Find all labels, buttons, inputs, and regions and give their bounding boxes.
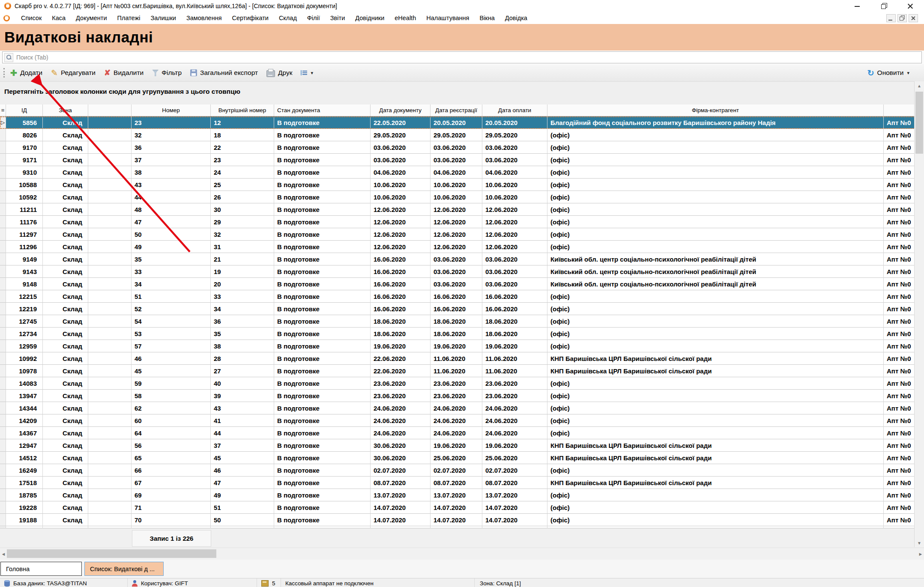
grid-cell: 13947 — [6, 390, 43, 402]
table-row[interactable]: 16249Склад6646В подготовке02.07.202002.0… — [0, 464, 924, 477]
menu-item[interactable]: Налаштування — [421, 13, 474, 23]
menu-item[interactable]: Звіти — [325, 13, 350, 23]
minimize-icon[interactable] — [854, 3, 861, 9]
grid-cell: 9149 — [6, 253, 43, 265]
restore-icon[interactable] — [880, 3, 887, 9]
add-button[interactable]: ✚ Додати — [10, 68, 42, 78]
print-button[interactable]: Друк — [266, 69, 292, 77]
table-row[interactable]: 14512Склад6545В подготовке30.06.202025.0… — [0, 452, 924, 464]
table-row[interactable]: 14209Склад6041В подготовке24.06.202024.0… — [0, 414, 924, 427]
table-row[interactable]: 14367Склад6444В подготовке24.06.202024.0… — [0, 427, 924, 439]
menu-item[interactable]: Список — [16, 13, 47, 23]
scroll-right-icon[interactable]: ► — [917, 548, 924, 560]
table-row[interactable]: 10592Склад4426В подготовке10.06.202010.0… — [0, 191, 924, 203]
table-row[interactable]: 8026Склад3218В подготовке29.05.202029.05… — [0, 129, 924, 141]
menu-item[interactable]: Довідники — [350, 13, 389, 23]
grid-cell: 19 — [211, 265, 274, 278]
search-input[interactable]: Поиск (Tab) — [2, 51, 922, 63]
toolbar-grip-icon[interactable] — [3, 68, 6, 77]
table-row[interactable]: 12745Склад5436В подготовке18.06.202018.0… — [0, 315, 924, 328]
table-row[interactable]: ▷5856Склад2312В подготовке22.05.202020.0… — [0, 116, 924, 129]
mdi-close-icon[interactable] — [909, 14, 918, 22]
column-header[interactable]: Номер — [132, 104, 211, 116]
table-row[interactable]: 11297Склад5032В подготовке12.06.202012.0… — [0, 228, 924, 241]
menu-item[interactable]: Довідка — [500, 13, 532, 23]
export-button[interactable]: Загальний експорт — [190, 69, 258, 77]
column-header[interactable]: Дата документу — [371, 104, 431, 116]
mdi-minimize-icon[interactable] — [886, 14, 896, 22]
table-row[interactable]: 9143Склад3319В подготовке16.06.202003.06… — [0, 265, 924, 278]
table-row[interactable]: 10978Склад4527В подготовке22.06.202011.0… — [0, 365, 924, 377]
row-indicator — [0, 514, 6, 526]
table-row[interactable]: 19188Склад7050В подготовке14.07.202014.0… — [0, 514, 924, 526]
table-row[interactable]: 9148Склад3420В подготовке16.06.202003.06… — [0, 278, 924, 290]
table-row[interactable]: 11176Склад4729В подготовке12.06.202012.0… — [0, 216, 924, 228]
menu-item[interactable]: Платежі — [112, 13, 146, 23]
table-row[interactable]: 17518Склад6747В подготовке08.07.202008.0… — [0, 477, 924, 489]
v-scroll-thumb[interactable] — [915, 92, 923, 154]
delete-button-label: Видалити — [114, 69, 144, 77]
grid-cell: Склад — [43, 414, 88, 427]
table-row[interactable]: 12959Склад5738В подготовке19.06.202019.0… — [0, 340, 924, 352]
table-row[interactable]: 18785Склад6949В подготовке13.07.202013.0… — [0, 489, 924, 501]
table-row[interactable]: 12219Склад5234В подготовке16.06.202016.0… — [0, 303, 924, 315]
grid-cell: Склад — [43, 216, 88, 228]
menu-item[interactable]: Філії — [302, 13, 325, 23]
scroll-down-icon[interactable]: ▼ — [915, 539, 924, 547]
grid-cell: Склад — [43, 241, 88, 253]
table-row[interactable]: 14344Склад6243В подготовке24.06.202024.0… — [0, 402, 924, 414]
grid-cell: 38 — [132, 166, 211, 179]
table-row[interactable]: 12947Склад5637В подготовке30.06.202019.0… — [0, 439, 924, 452]
table-row[interactable]: 10992Склад4628В подготовке22.06.202011.0… — [0, 352, 924, 365]
column-header[interactable]: ІД — [6, 104, 43, 116]
tab-home[interactable]: Головна — [0, 562, 82, 576]
column-header[interactable]: Внутрішній номер — [211, 104, 274, 116]
menu-item[interactable]: Залишки — [145, 13, 181, 23]
grid-cell: 19228 — [6, 501, 43, 514]
column-header[interactable] — [88, 104, 132, 116]
table-row[interactable]: 11296Склад4931В подготовке12.06.202012.0… — [0, 241, 924, 253]
table-row[interactable]: 11211Склад4830В подготовке12.06.202012.0… — [0, 203, 924, 216]
delete-button[interactable]: ✘ Видалити — [104, 68, 144, 77]
column-header[interactable]: Зона — [43, 104, 88, 116]
filter-button[interactable]: Фільтр — [152, 69, 182, 77]
grid-cell: Склад — [43, 402, 88, 414]
h-scrollbar[interactable]: ◄ ► — [0, 548, 924, 560]
column-header[interactable]: Фірма-контрагент — [547, 104, 884, 116]
edit-button[interactable]: ✎ Редагувати — [51, 68, 96, 78]
tab-list-active[interactable]: Список: Видаткові д ... — [84, 562, 164, 576]
grid-cell: 18785 — [6, 489, 43, 501]
column-header[interactable]: Стан документа — [274, 104, 371, 116]
column-header[interactable]: Дата оплати — [482, 104, 547, 116]
menu-item[interactable]: eHealth — [389, 13, 421, 23]
menu-item[interactable]: Вікна — [474, 13, 499, 23]
mdi-restore-icon[interactable] — [897, 14, 907, 22]
row-height-button[interactable]: ▾ — [301, 70, 314, 76]
close-icon[interactable] — [907, 3, 914, 9]
table-row[interactable]: 9170Склад3622В подготовке03.06.202003.06… — [0, 141, 924, 154]
scroll-up-icon[interactable]: ▲ — [915, 81, 924, 90]
group-by-area[interactable]: Перетягніть заголовок колонки сюди для у… — [0, 82, 924, 104]
grid-cell: 16.06.2020 — [371, 303, 431, 315]
chevron-down-icon[interactable]: ▾ — [907, 70, 909, 76]
column-header[interactable]: Дата реєстрації — [431, 104, 482, 116]
menu-item[interactable]: Документи — [71, 13, 112, 23]
scroll-left-icon[interactable]: ◄ — [0, 548, 7, 560]
table-row[interactable]: 12215Склад5133В подготовке16.06.202016.0… — [0, 290, 924, 303]
table-row[interactable]: 14083Склад5940В подготовке23.06.202023.0… — [0, 377, 924, 390]
menu-item[interactable]: Склад — [274, 13, 302, 23]
menu-item[interactable]: Замовлення — [181, 13, 227, 23]
table-row[interactable]: 9171Склад3723В подготовке03.06.202003.06… — [0, 154, 924, 166]
grid-cell: 03.06.2020 — [431, 141, 482, 154]
h-scroll-thumb[interactable] — [7, 549, 216, 558]
table-row[interactable]: 19228Склад7151В подготовке14.07.202014.0… — [0, 501, 924, 514]
table-row[interactable]: 9310Склад3824В подготовке04.06.202004.06… — [0, 166, 924, 179]
table-row[interactable]: 12734Склад5335В подготовке18.06.202018.0… — [0, 328, 924, 340]
menu-item[interactable]: Сертифікати — [227, 13, 274, 23]
v-scrollbar[interactable]: ▲ ▼ — [914, 81, 924, 547]
table-row[interactable]: 13947Склад5839В подготовке23.06.202023.0… — [0, 390, 924, 402]
table-row[interactable]: 10588Склад4325В подготовке10.06.202010.0… — [0, 179, 924, 191]
menu-item[interactable]: Каса — [47, 13, 71, 23]
table-row[interactable]: 9149Склад3521В подготовке16.06.202003.06… — [0, 253, 924, 265]
refresh-button[interactable]: ↻ Оновити — [867, 68, 904, 78]
